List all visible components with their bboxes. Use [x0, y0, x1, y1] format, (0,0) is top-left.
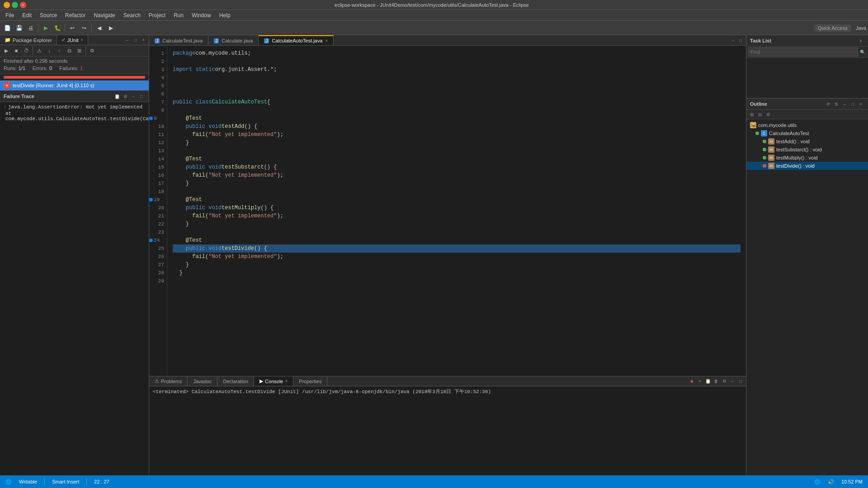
minimize-left-button[interactable]: – — [123, 37, 131, 44]
menu-refactor[interactable]: Refactor — [61, 11, 89, 19]
task-find-input[interactable] — [748, 47, 858, 56]
code-editor[interactable]: 1 2 3 4 5 6 7 8 9 10 11 12 13 14 15 16 1 — [149, 46, 746, 376]
junit-collapse-all[interactable]: ⊟ — [65, 46, 74, 55]
console-copy-button[interactable]: 📋 — [704, 378, 712, 385]
outline-item-testMultiply[interactable]: m testMultiply() : void — [746, 154, 868, 162]
menu-search[interactable]: Search — [120, 11, 144, 19]
menu-file[interactable]: File — [2, 11, 18, 19]
menu-edit[interactable]: Edit — [19, 11, 35, 19]
undo-button[interactable]: ↩ — [67, 23, 78, 33]
console-minimize-button[interactable]: – — [729, 378, 736, 385]
close-button[interactable]: × — [20, 2, 26, 8]
title-bar: – □ × eclipse-workspace - JUnit4Demo/tes… — [0, 0, 868, 10]
task-list-section: Task List × 🔍 — [746, 35, 868, 99]
outline-sort-button[interactable]: ⇅ — [833, 100, 840, 108]
editor-area: J CalculateTest.java J Calculate.java J … — [149, 35, 746, 376]
close-left-button[interactable]: × — [140, 37, 147, 44]
line-num-23: 23 — [149, 228, 164, 236]
method-green-icon-1 — [763, 140, 766, 143]
editor-minimize-button[interactable]: – — [730, 37, 737, 44]
tab-problems[interactable]: ⚠ Problems — [149, 376, 188, 386]
code-line-15: public void testSubstarct() { — [173, 163, 741, 171]
code-line-17: } — [173, 179, 741, 188]
tab-package-explorer[interactable]: 📁 Package Explorer — [0, 35, 57, 45]
tab-junit[interactable]: ✔ JUnit × — [57, 35, 88, 45]
bottom-tabs: ⚠ Problems Javadoc Declaration ▶ Console… — [149, 376, 746, 386]
toolbar-sep-2 — [65, 23, 65, 33]
console-close-button[interactable]: × — [696, 378, 703, 385]
junit-show-prev[interactable]: ↑ — [55, 46, 64, 55]
outline-item-testSubstarct[interactable]: m testSubstarct() : void — [746, 145, 868, 154]
junit-expand-all[interactable]: ⊞ — [75, 46, 84, 55]
bottom-controls: ■ × 📋 🗑 ⚙ – □ — [686, 378, 746, 385]
redo-button[interactable]: ↪ — [79, 23, 90, 33]
editor-maximize-button[interactable]: □ — [737, 37, 744, 44]
test-item-testDivide[interactable]: ✕ testDivide [Runner: JUnit 4] (0.110 s) — [0, 80, 149, 90]
outline-item-testDivide[interactable]: m testDivide() : void — [746, 162, 868, 170]
console-settings-button[interactable]: ⚙ — [721, 378, 728, 385]
tab-properties[interactable]: Properties — [293, 377, 327, 386]
code-line-22: } — [173, 220, 741, 228]
quick-access-label[interactable]: Quick Access — [814, 24, 851, 32]
junit-sep2 — [85, 46, 86, 55]
forward-button[interactable]: ▶ — [105, 23, 116, 33]
outline-hide-button[interactable]: – — [841, 100, 848, 108]
menu-window[interactable]: Window — [188, 11, 215, 19]
junit-stat-row: Runs: 1/1 Errors: 0 Failures: 1 — [4, 66, 145, 71]
outline-maximize-button[interactable]: □ — [849, 100, 856, 108]
menu-run[interactable]: Run — [170, 11, 187, 19]
trace-copy-button[interactable]: 📋 — [113, 93, 121, 100]
debug-button[interactable]: 🐛 — [52, 23, 63, 33]
console-maximize-button[interactable]: □ — [737, 378, 744, 385]
junit-show-next[interactable]: ↓ — [45, 46, 54, 55]
task-list-close-button[interactable]: × — [857, 37, 864, 44]
code-line-1: package com.mycode.utils; — [173, 49, 741, 57]
maximize-left-button[interactable]: □ — [132, 37, 139, 44]
maximize-button[interactable]: □ — [12, 2, 18, 8]
code-content[interactable]: package com.mycode.utils; import static … — [167, 46, 746, 376]
trace-maximize-button[interactable]: □ — [138, 93, 145, 100]
outline-item-package[interactable]: 📦 com.mycode.utils — [746, 121, 868, 129]
outline-item-class[interactable]: C CalculateAutoTest — [746, 129, 868, 137]
junit-history-button[interactable]: ⏱ — [22, 46, 31, 55]
menu-help[interactable]: Help — [216, 11, 234, 19]
menu-source[interactable]: Source — [36, 11, 61, 19]
console-tab-close[interactable]: × — [285, 379, 288, 384]
outline-btn-1[interactable]: ⊞ — [748, 111, 755, 118]
new-button[interactable]: 📄 — [2, 23, 13, 33]
tab-console[interactable]: ▶ Console × — [254, 376, 293, 386]
tab-javadoc[interactable]: Javadoc — [188, 377, 217, 386]
menu-project[interactable]: Project — [145, 11, 169, 19]
run-button[interactable]: ▶ — [40, 23, 51, 33]
outline-btn-2[interactable]: ⊟ — [756, 111, 764, 118]
junit-tab-close[interactable]: × — [80, 38, 83, 42]
tab-calculate-auto-close[interactable]: × — [325, 38, 328, 43]
tab-calculate-test[interactable]: J CalculateTest.java — [149, 35, 208, 45]
tab-calculate[interactable]: J Calculate.java — [208, 35, 259, 45]
failure-trace-controls: 📋 ⚙ – □ — [113, 93, 145, 100]
outline-testDivide-label: testDivide() : void — [776, 163, 815, 169]
outline-sync-button[interactable]: ⟳ — [825, 100, 832, 108]
outline-close-button[interactable]: × — [857, 100, 864, 108]
writable-label: Writable — [19, 479, 37, 484]
junit-rerun-button[interactable]: ▶ — [2, 46, 11, 55]
menu-navigate[interactable]: Navigate — [90, 11, 118, 19]
trace-filter-button[interactable]: ⚙ — [122, 93, 129, 100]
junit-failures-only[interactable]: ⚠ — [35, 46, 44, 55]
console-clear-button[interactable]: 🗑 — [712, 378, 720, 385]
print-button[interactable]: 🖨 — [25, 23, 36, 33]
junit-progress-bar — [4, 76, 145, 79]
junit-stop-button[interactable]: ■ — [12, 46, 21, 55]
back-button[interactable]: ◀ — [94, 23, 104, 33]
trace-minimize-button[interactable]: – — [130, 93, 137, 100]
task-search-button[interactable]: 🔍 — [859, 48, 866, 56]
tab-declaration[interactable]: Declaration — [217, 377, 254, 386]
outline-item-testAdd[interactable]: m testAdd() : void — [746, 137, 868, 145]
save-button[interactable]: 💾 — [14, 23, 24, 33]
minimize-button[interactable]: – — [4, 2, 10, 8]
tab-calculate-auto-test[interactable]: J CalculateAutoTest.java × — [259, 35, 334, 45]
outline-btn-3[interactable]: ⚙ — [764, 111, 772, 118]
method-icon-1: m — [768, 138, 774, 145]
console-stop-button[interactable]: ■ — [688, 378, 695, 385]
junit-settings[interactable]: ⚙ — [88, 46, 97, 55]
